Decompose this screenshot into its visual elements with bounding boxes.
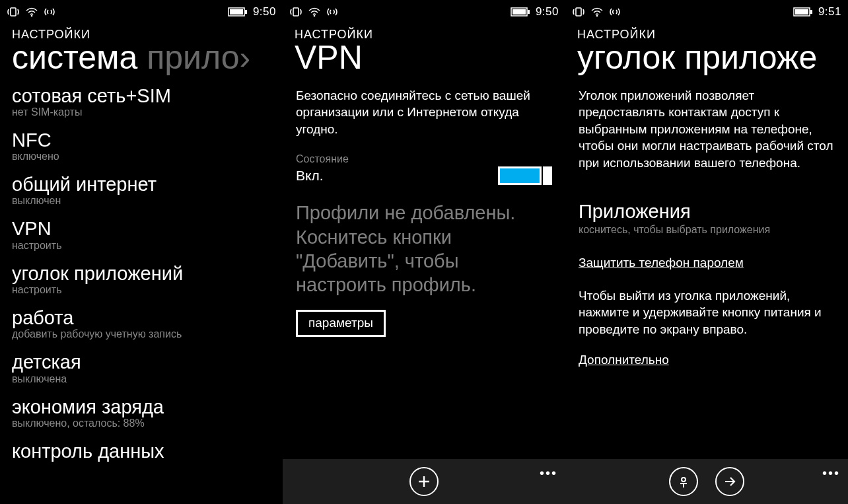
status-bar: 9:50 [0,0,283,21]
svg-point-1 [31,15,33,17]
vibrate-icon [572,7,585,17]
nfc-icon [326,7,338,17]
svg-point-6 [314,15,316,17]
more-button[interactable]: ••• [540,466,557,481]
pin-button[interactable] [669,467,698,496]
item-title: детская [12,352,271,373]
svg-rect-14 [795,9,808,15]
settings-list[interactable]: сотовая сеть+SIMнет SIM-карты NFCвключен… [0,75,283,462]
item-sub: нет SIM-карты [12,106,271,118]
svg-rect-3 [245,10,247,14]
link-protect-phone[interactable]: Защитить телефон паролем [565,256,848,270]
exit-note: Чтобы выйти из уголка приложений, нажмит… [565,270,848,338]
svg-rect-13 [810,10,812,14]
pivot-active[interactable]: система [12,40,137,75]
clock: 9:50 [253,5,276,18]
vpn-toggle[interactable] [498,166,552,185]
wifi-icon [25,7,38,17]
screenshot-settings-system: 9:50 НАСТРОЙКИ система прило› сотовая се… [0,0,283,504]
add-button[interactable] [409,467,439,496]
battery-icon [228,7,248,17]
item-sub: выключен [12,195,271,207]
launch-button[interactable] [715,467,744,496]
state-label: Состояние [283,151,565,165]
battery-icon [511,7,530,17]
wifi-icon [308,7,321,17]
item-title: уголок приложений [12,264,271,284]
svg-point-15 [682,478,686,482]
list-item[interactable]: контроль данных [12,441,271,462]
item-sub: настроить [12,240,271,252]
page-title: VPN [295,40,553,75]
app-title: НАСТРОЙКИ [577,28,836,42]
svg-rect-8 [528,10,530,14]
item-title: экономия заряда [12,397,271,417]
screenshot-vpn: 9:50 НАСТРОЙКИ VPN Безопасно соединяйтес… [283,0,565,504]
item-title: NFC [12,130,271,151]
apps-section-title: Приложения [579,201,835,223]
state-value: Вкл. [296,168,324,184]
item-title: сотовая сеть+SIM [12,86,271,106]
list-item[interactable]: общий интернетвыключен [12,174,271,207]
svg-rect-5 [293,8,299,16]
list-item[interactable]: уголок приложенийнастроить [12,264,271,296]
nfc-icon [44,7,55,17]
vpn-intro: Безопасно соединяйтесь с сетью вашей орг… [283,75,565,138]
link-more[interactable]: Дополнительно [565,353,848,367]
apps-section[interactable]: Приложения коснитесь, чтобы выбрать прил… [565,172,848,236]
list-item[interactable]: сотовая сеть+SIMнет SIM-карты [12,86,271,118]
list-item[interactable]: VPNнастроить [12,219,271,251]
battery-icon [793,7,813,17]
item-sub: настроить [12,284,271,296]
item-sub: включено [12,151,271,162]
pin-icon [676,474,691,489]
clock: 9:50 [536,5,559,18]
vibrate-icon [7,7,20,17]
nfc-icon [609,7,621,17]
list-item[interactable]: работадобавить рабочую учетную запись [12,308,271,340]
app-title: НАСТРОЙКИ [295,28,553,42]
app-title: НАСТРОЙКИ [12,28,271,42]
list-item[interactable]: детскаявыключена [12,352,271,384]
item-title: общий интернет [12,174,271,195]
apps-section-sub: коснитесь, чтобы выбрать приложения [579,224,835,236]
svg-point-11 [596,15,598,17]
status-bar: 9:51 [565,0,848,21]
arrow-right-icon [723,474,737,489]
item-title: работа [12,308,271,328]
list-item[interactable]: экономия зарядавыключено, осталось: 88% [12,397,271,429]
item-sub: выключено, осталось: 88% [12,417,271,429]
app-bar: ••• [283,459,565,504]
item-title: VPN [12,219,271,239]
svg-rect-0 [11,8,16,16]
vibrate-icon [289,7,302,17]
plus-icon [417,474,431,489]
screenshot-apps-corner: 9:51 НАСТРОЙКИ уголок приложе Уголок при… [565,0,848,504]
parameters-button[interactable]: параметры [296,310,386,337]
app-bar: ••• [565,459,848,504]
apps-corner-intro: Уголок приложений позволяет предоставлят… [565,75,848,172]
list-item[interactable]: NFCвключено [12,130,271,162]
clock: 9:51 [818,5,841,18]
pivot-next[interactable]: прило› [147,40,250,75]
more-button[interactable]: ••• [822,466,840,481]
svg-rect-4 [230,9,243,15]
item-sub: добавить рабочую учетную запись [12,328,271,340]
status-bar: 9:50 [283,0,565,21]
vpn-empty-text: Профили не добавлены. Коснитесь кнопки "… [283,185,565,297]
svg-rect-10 [576,8,581,16]
pivot-header[interactable]: система прило› [12,40,271,75]
svg-rect-9 [512,9,526,15]
item-sub: выключена [12,373,271,385]
wifi-icon [590,7,604,17]
item-title: контроль данных [12,441,271,462]
page-title: уголок приложе [577,40,836,75]
